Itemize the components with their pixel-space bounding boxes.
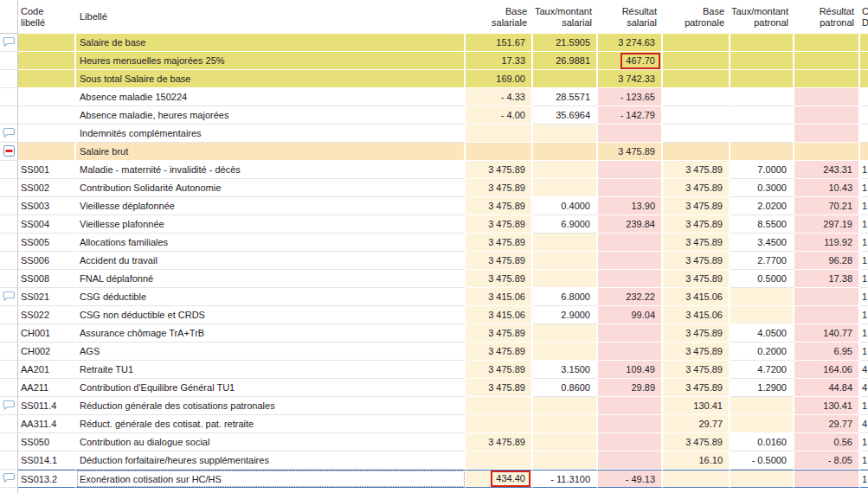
cell-resultat-patronal[interactable]: 164.06 <box>794 361 860 379</box>
cell-taux-patronal[interactable] <box>730 470 794 488</box>
cell-resultat-salarial[interactable]: 467.70 <box>598 52 663 70</box>
cell-resultat-patronal[interactable] <box>794 52 860 70</box>
table-row[interactable]: SS002Contribution Solidarité Autonomie3 … <box>0 179 868 197</box>
cell-extra[interactable]: 1 <box>860 270 868 288</box>
cell-taux-salarial[interactable] <box>533 397 598 415</box>
cell-base-salariale[interactable]: 3 475.89 <box>466 215 533 234</box>
cell-base-patronale[interactable] <box>663 88 730 106</box>
table-row[interactable]: SS021CSG déductible3 415.066.8000232.223… <box>0 288 868 306</box>
cell-extra[interactable]: 1 <box>860 324 868 343</box>
cell-taux-patronal[interactable] <box>730 88 794 106</box>
cell-resultat-salarial[interactable] <box>598 343 663 361</box>
cell-resultat-salarial[interactable] <box>598 397 663 415</box>
cell-taux-salarial[interactable]: 35.6964 <box>533 106 598 125</box>
cell-base-patronale[interactable]: 29.77 <box>663 415 730 433</box>
cell-resultat-salarial[interactable] <box>598 270 663 288</box>
cell-extra[interactable] <box>860 70 868 88</box>
cell-resultat-salarial[interactable] <box>598 451 663 470</box>
cell-taux-salarial[interactable]: 26.9881 <box>533 52 598 70</box>
cell-code[interactable]: AA311.4 <box>18 415 76 433</box>
table-row[interactable]: SS005Allocations familiales3 475.893 475… <box>0 234 868 252</box>
cell-taux-salarial[interactable] <box>533 143 598 161</box>
cell-taux-patronal[interactable] <box>730 106 794 125</box>
cell-resultat-salarial[interactable]: 29.89 <box>598 379 663 397</box>
cell-taux-patronal[interactable]: 7.0000 <box>730 161 794 179</box>
table-row[interactable]: AA201Retraite TU13 475.893.1500109.493 4… <box>0 361 868 379</box>
cell-label[interactable]: Accident du travail <box>76 252 466 270</box>
cell-resultat-patronal[interactable]: 70.21 <box>794 197 860 215</box>
cell-extra[interactable]: 1 <box>860 288 868 306</box>
cell-base-patronale[interactable] <box>663 52 730 70</box>
cell-taux-salarial[interactable]: 2.9000 <box>533 306 598 324</box>
cell-extra[interactable]: 1 <box>860 234 868 252</box>
cell-label[interactable]: Retraite TU1 <box>76 361 466 379</box>
cell-code[interactable] <box>18 52 76 70</box>
cell-label[interactable]: Vieillesse plafonnée <box>76 215 466 234</box>
table-row[interactable]: SS011.4Réduction générale des cotisation… <box>0 397 868 415</box>
table-row[interactable]: SS014.1Déduction forfaitaire/heures supp… <box>0 451 868 470</box>
cell-code[interactable]: SS002 <box>18 179 76 197</box>
cell-base-salariale[interactable]: 3 475.89 <box>466 433 533 451</box>
cell-label[interactable]: Allocations familiales <box>76 234 466 252</box>
cell-base-salariale[interactable]: 3 475.89 <box>466 343 533 361</box>
cell-resultat-patronal[interactable]: 0.56 <box>794 433 860 451</box>
collapse-minus-icon[interactable] <box>3 145 15 157</box>
cell-resultat-salarial[interactable]: 239.84 <box>598 215 663 234</box>
cell-extra[interactable]: 4 <box>860 415 868 433</box>
cell-extra[interactable]: 1 <box>860 343 868 361</box>
cell-resultat-salarial[interactable] <box>598 179 663 197</box>
table-row[interactable]: SS050Contribution au dialogue social3 47… <box>0 433 868 451</box>
cell-base-salariale[interactable]: 3 475.89 <box>466 361 533 379</box>
cell-taux-patronal[interactable]: 0.0160 <box>730 433 794 451</box>
comment-icon[interactable] <box>3 36 16 48</box>
cell-resultat-patronal[interactable]: 10.43 <box>794 179 860 197</box>
cell-base-patronale[interactable] <box>663 70 730 88</box>
cell-resultat-patronal[interactable]: 6.95 <box>794 343 860 361</box>
cell-row-marker[interactable] <box>0 288 18 306</box>
cell-resultat-salarial[interactable]: - 142.79 <box>598 106 663 125</box>
cell-label[interactable]: Assurance chômage TrA+TrB <box>76 324 466 343</box>
cell-taux-patronal[interactable] <box>730 34 794 52</box>
cell-taux-salarial[interactable] <box>533 252 598 270</box>
cell-resultat-salarial[interactable] <box>598 161 663 179</box>
table-row[interactable]: SS004Vieillesse plafonnée3 475.896.90002… <box>0 215 868 234</box>
cell-extra[interactable] <box>860 34 868 52</box>
cell-resultat-salarial[interactable]: 232.22 <box>598 288 663 306</box>
cell-resultat-patronal[interactable]: 96.28 <box>794 252 860 270</box>
cell-label[interactable]: Contribution Solidarité Autonomie <box>76 179 466 197</box>
cell-row-marker[interactable] <box>0 125 18 143</box>
cell-base-salariale[interactable]: 169.00 <box>466 70 533 88</box>
cell-resultat-salarial[interactable]: 3 274.63 <box>598 34 663 52</box>
cell-row-marker[interactable] <box>0 470 18 488</box>
cell-label[interactable]: Réduction générale des cotisations patro… <box>76 397 466 415</box>
cell-base-patronale[interactable]: 3 475.89 <box>663 252 730 270</box>
cell-code[interactable]: AA211 <box>18 379 76 397</box>
cell-code[interactable] <box>18 70 76 88</box>
cell-resultat-patronal[interactable] <box>794 306 860 324</box>
cell-base-salariale[interactable] <box>466 125 533 143</box>
cell-extra[interactable]: 1 <box>860 197 868 215</box>
table-row[interactable]: Salaire brut3 475.89 <box>0 143 868 161</box>
cell-resultat-patronal[interactable] <box>794 288 860 306</box>
cell-taux-salarial[interactable] <box>533 451 598 470</box>
table-row[interactable]: Absence maladie 150224- 4.3328.5571- 123… <box>0 88 868 106</box>
cell-resultat-salarial[interactable]: 3 742.33 <box>598 70 663 88</box>
cell-base-patronale[interactable] <box>663 34 730 52</box>
cell-taux-salarial[interactable] <box>533 324 598 343</box>
cell-base-patronale[interactable] <box>663 125 730 143</box>
cell-code[interactable] <box>18 106 76 125</box>
cell-resultat-salarial[interactable] <box>598 324 663 343</box>
cell-extra[interactable]: 1 <box>860 433 868 451</box>
cell-extra[interactable]: 1 <box>860 397 868 415</box>
cell-base-patronale[interactable] <box>663 143 730 161</box>
cell-base-salariale[interactable]: 3 475.89 <box>466 270 533 288</box>
cell-resultat-patronal[interactable]: 29.77 <box>794 415 860 433</box>
cell-extra[interactable]: 1 <box>860 179 868 197</box>
cell-taux-patronal[interactable]: 0.5000 <box>730 270 794 288</box>
cell-taux-patronal[interactable]: 2.0200 <box>730 197 794 215</box>
cell-extra[interactable]: 1 <box>860 470 868 488</box>
cell-resultat-patronal[interactable]: 140.77 <box>794 324 860 343</box>
comment-icon[interactable] <box>3 400 16 411</box>
cell-resultat-patronal[interactable] <box>794 70 860 88</box>
cell-base-patronale[interactable]: 3 475.89 <box>663 324 730 343</box>
